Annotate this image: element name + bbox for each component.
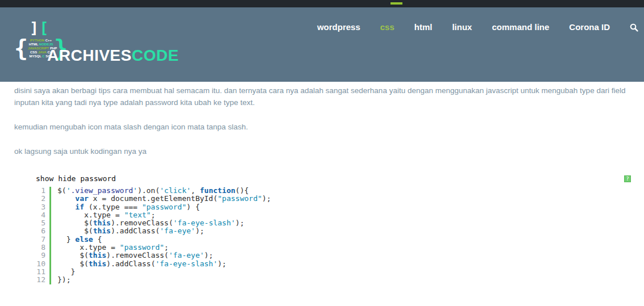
code-line: 4 x.type = "text"; [31,211,631,219]
code-text: x.type = "text"; [49,211,631,219]
code-line: 5 $(this).removeClass('fa-eye-slash'); [31,219,631,227]
nav-item-wordpress[interactable]: wordpress [317,23,360,32]
search-icon[interactable] [630,23,639,32]
nav-item-linux[interactable]: linux [452,23,472,32]
paragraph: kemudian mengubah icon mata slash dengan… [14,121,637,133]
site-title-accent: CODE [132,47,179,64]
code-block: show hide password ? 1$('.view_password'… [31,174,631,284]
code-title: show hide password [36,174,116,183]
line-number: 2 [31,195,49,203]
code-text: }); [49,276,631,284]
paragraph: ok lagsung saja untuk kodingan nya ya [14,145,637,157]
main-nav: wordpresscsshtmllinuxcommand lineCorona … [317,23,639,32]
code-line: 2 var x = document.getElementById("passw… [31,195,631,203]
paragraph: disini saya akan berbagi tips cara membu… [14,85,637,108]
code-line: 8 x.type = "password"; [31,244,631,251]
code-help-button[interactable]: ? [624,175,631,182]
line-number: 11 [31,268,49,276]
site-header: ][ { PYTHON C++HTML NODEJSJAVASCRIPT PHP… [0,7,644,82]
code-line: 1$('.view_password').on('click', functio… [31,187,631,195]
logo-brackets-icon: ][ [30,20,49,35]
code-text: var x = document.getElementById("passwor… [49,195,631,203]
code-line: 12}); [31,276,631,284]
line-number: 10 [31,260,49,268]
code-text: $(this).addClass('fa-eye-slash'); [49,260,631,268]
code-line: 6 $(this).addClass('fa-eye'); [31,227,631,235]
line-number: 12 [31,276,49,284]
line-number: 7 [31,236,49,244]
code-text: } [49,268,631,276]
code-lines: 1$('.view_password').on('click', functio… [31,187,631,284]
line-number: 6 [31,227,49,235]
site-title-primary: ARCHIVES [47,47,132,64]
nav-item-css[interactable]: css [380,23,394,32]
line-number: 3 [31,203,49,211]
line-number: 8 [31,244,49,251]
top-bar [0,0,644,7]
line-number: 9 [31,251,49,259]
code-text: x.type = "password"; [49,244,631,251]
logo-brace-open: { [14,37,28,60]
site-logo[interactable]: ][ { PYTHON C++HTML NODEJSJAVASCRIPT PHP… [14,23,52,61]
nav-item-corona-id[interactable]: Corona ID [569,23,610,32]
nav-item-command-line[interactable]: command line [492,23,549,32]
logo-art: ][ { PYTHON C++HTML NODEJSJAVASCRIPT PHP… [14,23,52,61]
code-line: 7 } else { [31,236,631,244]
line-number: 5 [31,219,49,227]
nav-item-html[interactable]: html [414,23,433,32]
code-toolbar: show hide password ? [31,174,631,183]
active-tab-indicator [390,2,402,5]
code-line: 3 if (x.type === "password") { [31,203,631,211]
code-line: 11 } [31,268,631,276]
code-line: 10 $(this).addClass('fa-eye-slash'); [31,260,631,268]
code-text: if (x.type === "password") { [49,203,631,211]
code-text: $(this).removeClass('fa-eye-slash'); [49,219,631,227]
article-content: disini saya akan berbagi tips cara membu… [0,82,644,284]
code-text: $('.view_password').on('click', function… [49,187,631,195]
code-line: 9 $(this).removeClass('fa-eye'); [31,251,631,259]
code-text: $(this).addClass('fa-eye'); [49,227,631,235]
line-number: 1 [31,187,49,195]
code-text: $(this).removeClass('fa-eye'); [49,251,631,259]
site-title[interactable]: ARCHIVESCODE [47,47,179,65]
line-number: 4 [31,211,49,219]
code-text: } else { [49,236,631,244]
